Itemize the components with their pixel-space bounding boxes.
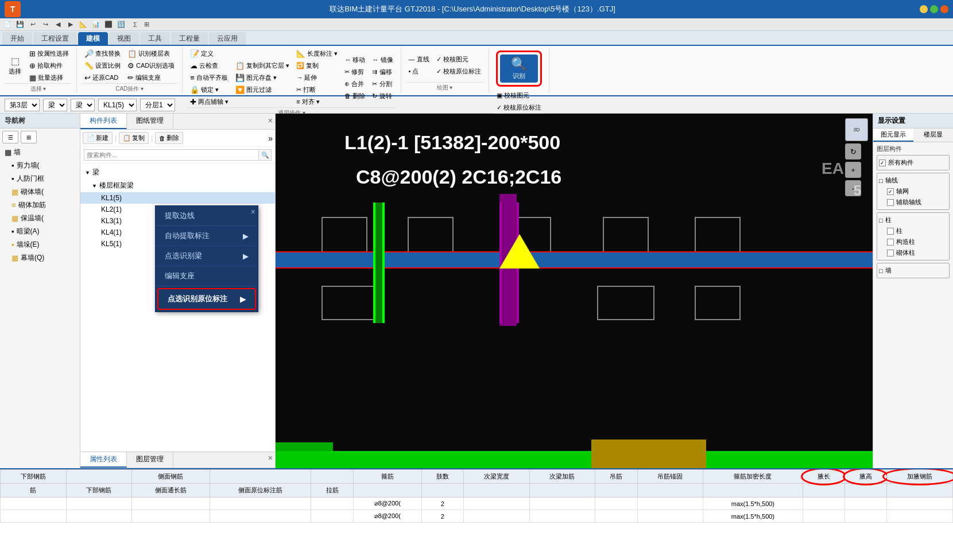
tab-drawing-management[interactable]: 图纸管理 <box>127 114 173 129</box>
btn-attr-select[interactable]: ⊞ 按属性选择 <box>26 48 72 59</box>
btn-copy-to-layer[interactable]: 📋 复制到其它层 ▾ <box>233 60 292 71</box>
btn-line[interactable]: — 直线 <box>406 54 432 65</box>
btn-length-mark[interactable]: 📐 长度标注 ▾ <box>293 48 340 59</box>
btn-break[interactable]: ✂ 打断 <box>293 84 340 95</box>
popup-item-extract-edge[interactable]: 提取边线 <box>156 206 258 226</box>
tab-view[interactable]: 视图 <box>109 32 139 45</box>
nav-icon-tree[interactable]: ⊞ <box>21 131 37 143</box>
minimize-btn[interactable] <box>920 5 928 13</box>
layer-select[interactable]: 分层1 分层2 <box>140 99 175 111</box>
component-panel-close[interactable]: × <box>268 116 273 125</box>
qa-save[interactable]: 💾 <box>15 20 25 30</box>
btn-delete-component[interactable]: 🗑 删除 <box>155 132 183 144</box>
btn-delete[interactable]: 🗑 删除 <box>342 91 368 102</box>
tab-tools[interactable]: 工具 <box>140 32 170 45</box>
btn-element-filter[interactable]: 🔽 图元过滤 <box>233 84 292 95</box>
btn-find-replace[interactable]: 🔎 查找替换 <box>82 48 123 59</box>
btn-identify-floor-table[interactable]: 📋 识别楼层表 <box>125 48 177 59</box>
btn-move[interactable]: ↔ 移动 <box>342 55 368 65</box>
nav-item-wall[interactable]: ▦ 墙 <box>0 146 80 159</box>
btn-batch-select[interactable]: ▦ 批量选择 <box>26 72 72 83</box>
nav-item-civil-defense[interactable]: ▪ 人防门框 <box>0 172 80 185</box>
btn-expand-panel[interactable]: » <box>268 134 273 143</box>
btn-pick-component[interactable]: ⊕ 拾取构件 <box>26 60 72 71</box>
tree-kl1[interactable]: KL1(5) <box>80 192 275 204</box>
table-row-2[interactable]: ⌀8@200( 2 max(1.5*h,500) <box>1 510 953 523</box>
nav-item-masonry-reinforce[interactable]: ≡ 砌体加筋 <box>0 199 80 212</box>
qa-redo[interactable]: ↪ <box>40 20 51 30</box>
qa-draw[interactable]: 📐 <box>78 20 88 30</box>
btn-lock[interactable]: 🔒 锁定 ▾ <box>187 84 231 95</box>
tab-quantity[interactable]: 工程量 <box>171 32 208 45</box>
tab-component-list[interactable]: 构件列表 <box>80 114 127 129</box>
qa-toolbar-extra[interactable]: ⊞ <box>142 20 152 30</box>
layer-checkbox-masonry-col[interactable] <box>887 250 894 256</box>
tree-floor-frame-beam[interactable]: ▼ 楼层框架梁 <box>80 179 275 192</box>
layer-item-axis-grid[interactable]: 轴网 <box>879 186 947 197</box>
bottom-panel-close[interactable]: × <box>268 453 273 462</box>
floor-select[interactable]: 第3层 第1层 第2层 <box>5 99 40 111</box>
btn-verify-element[interactable]: ✓ 校核图元 <box>433 54 484 65</box>
btn-cloud-check[interactable]: ☁ 云检查 <box>187 60 231 71</box>
btn-two-point-axis[interactable]: ✚ 两点辅轴 ▾ <box>187 96 231 107</box>
search-input[interactable] <box>84 149 259 161</box>
btn-restore-cad[interactable]: ↩ 还原CAD <box>82 72 123 83</box>
layer-item-auxiliary-axis[interactable]: 辅助轴线 <box>879 197 947 208</box>
btn-auto-align[interactable]: ≡ 自动平齐板 <box>187 72 231 83</box>
layer-checkbox-column[interactable] <box>887 228 894 235</box>
view-ctrl-zoom-out[interactable]: - <box>845 180 861 196</box>
tab-start[interactable]: 开始 <box>2 32 32 45</box>
nav-item-shear-wall[interactable]: ▪ 剪力墙( <box>0 159 80 172</box>
nav-item-wall-buttress[interactable]: ▪ 墙垛(E) <box>0 238 80 251</box>
type1-select[interactable]: 梁 <box>43 99 67 111</box>
tab-element-display[interactable]: 图元显示 <box>873 129 913 142</box>
popup-item-click-identify-beam[interactable]: 点选识别梁 ▶ <box>156 246 258 266</box>
view-ctrl-zoom-in[interactable]: + <box>845 162 861 178</box>
btn-offset[interactable]: ⇉ 偏移 <box>369 67 396 77</box>
nav-icon-list[interactable]: ☰ <box>2 131 18 143</box>
btn-select[interactable]: ⬚ 选择 <box>5 55 25 77</box>
layer-item-struct-column[interactable]: 构造柱 <box>879 236 947 247</box>
btn-set-scale[interactable]: 📏 设置比例 <box>82 60 123 71</box>
layer-item-axis-group[interactable]: □ 轴线 <box>879 175 947 186</box>
table-row-1[interactable]: ⌀8@200( 2 max(1.5*h,500) <box>1 497 953 510</box>
nav-item-hidden-beam[interactable]: ▪ 暗梁(A) <box>0 225 80 238</box>
btn-mirror[interactable]: ↔ 镜像 <box>369 55 396 65</box>
layer-item-all[interactable]: 所有构件 <box>879 157 947 168</box>
nav-item-curtain-wall[interactable]: ▦ 幕墙(Q) <box>0 251 80 265</box>
layer-checkbox-axis-grid[interactable] <box>887 188 894 195</box>
btn-define[interactable]: 📝 定义 <box>187 48 231 59</box>
tab-build[interactable]: 建模 <box>78 32 108 45</box>
popup-item-auto-extract-mark[interactable]: 自动提取标注 ▶ <box>156 226 258 246</box>
btn-trim[interactable]: ✂ 修剪 <box>342 67 368 77</box>
maximize-btn[interactable] <box>930 5 938 13</box>
btn-identify-beam[interactable]: 🔍 识别 <box>500 55 538 83</box>
qa-grid[interactable]: ⬛ <box>103 20 114 30</box>
close-btn[interactable] <box>940 5 948 13</box>
btn-edit-support[interactable]: ✏ 编辑支座 <box>125 72 177 83</box>
tab-attributes[interactable]: 属性列表 <box>80 452 127 468</box>
popup-item-click-identify-original[interactable]: 点选识别原位标注 ▶ <box>158 289 255 309</box>
btn-extend[interactable]: → 延伸 <box>293 72 340 83</box>
qa-prev[interactable]: ◀ <box>53 20 63 30</box>
btn-align[interactable]: ≡ 对齐 ▾ <box>293 96 340 107</box>
component-select[interactable]: KL1(5) KL2(1) KL3(1) <box>98 99 137 111</box>
layer-checkbox-all[interactable] <box>879 160 886 166</box>
nav-item-insulation-wall[interactable]: ▦ 保温墙( <box>0 212 80 225</box>
layer-checkbox-struct-col[interactable] <box>887 239 894 246</box>
btn-split[interactable]: ✂ 分割 <box>369 79 396 90</box>
btn-save-element[interactable]: 💾 图元存盘 ▾ <box>233 72 292 83</box>
layer-checkbox-auxiliary[interactable] <box>887 199 894 206</box>
nav-item-masonry-wall[interactable]: ▦ 砌体墙( <box>0 185 80 199</box>
search-btn[interactable]: 🔍 <box>259 149 272 161</box>
type2-select[interactable]: 梁 <box>71 99 95 111</box>
btn-rotate[interactable]: ↻ 旋转 <box>369 91 396 102</box>
view-cube-3d[interactable]: 3D <box>845 118 868 141</box>
btn-new-component[interactable]: 📄 新建 <box>83 132 113 144</box>
qa-stats[interactable]: 📊 <box>91 20 101 30</box>
layer-item-masonry-column[interactable]: 砌体柱 <box>879 247 947 258</box>
tab-layer-management[interactable]: 图层管理 <box>127 452 173 468</box>
tree-beam-root[interactable]: ▼ 梁 <box>80 166 275 179</box>
btn-verify-element2[interactable]: ▣ 校核图元 <box>494 90 544 101</box>
btn-verify-original-mark[interactable]: ✓ 校核原位标注 <box>433 66 484 77</box>
